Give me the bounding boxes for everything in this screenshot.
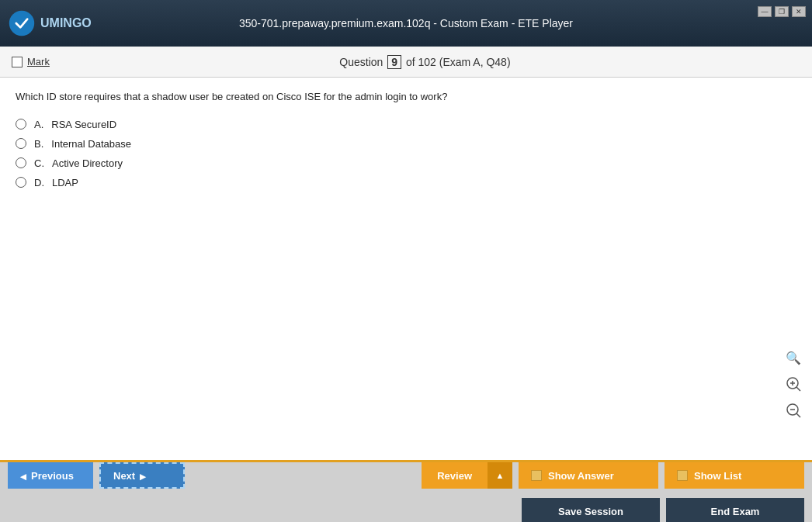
show-answer-button[interactable]: Show Answer (519, 462, 658, 489)
previous-label: Previous (31, 470, 74, 482)
svg-line-4 (796, 387, 800, 391)
option-a-letter: A. (34, 119, 43, 130)
title-bar: UMINGO 350-701.prepaway.premium.exam.102… (0, 0, 812, 47)
vumingo-logo (8, 9, 36, 37)
show-list-button[interactable]: Show List (665, 462, 804, 489)
logo-area: UMINGO (8, 9, 92, 37)
mark-area[interactable]: Mark (12, 56, 50, 67)
option-c[interactable]: C. Active Directory (16, 157, 796, 169)
save-session-label: Save Session (558, 506, 623, 517)
option-b-letter: B. (34, 138, 43, 150)
mark-label[interactable]: Mark (27, 56, 50, 67)
window-controls: — ❐ ✕ (758, 6, 806, 17)
minimize-button[interactable]: — (758, 6, 772, 17)
save-session-button[interactable]: Save Session (522, 498, 660, 522)
question-label: Question (339, 56, 383, 68)
prev-arrow-icon (20, 470, 26, 482)
restore-button[interactable]: ❐ (775, 6, 789, 17)
header-bar: Mark Question 9 of 102 (Exam A, Q48) (0, 47, 812, 78)
mark-checkbox[interactable] (12, 57, 23, 67)
option-d-letter: D. (34, 177, 44, 188)
option-d-text: LDAP (52, 177, 78, 188)
main-content: Which ID store requires that a shadow us… (0, 78, 812, 460)
radio-d[interactable] (16, 177, 26, 188)
option-b-text: Internal Database (51, 138, 131, 150)
zoom-out-icon[interactable] (783, 399, 804, 421)
bottom-row2: Save Session End Exam (8, 498, 804, 522)
review-button[interactable]: Review ▲ (422, 462, 512, 489)
previous-button[interactable]: Previous (8, 462, 93, 489)
show-answer-label: Show Answer (548, 470, 614, 482)
end-exam-label: End Exam (711, 506, 760, 517)
next-label: Next (113, 470, 135, 482)
window-title: 350-701.prepaway.premium.exam.102q - Cus… (239, 17, 573, 29)
radio-b[interactable] (16, 138, 26, 149)
options-list: A. RSA SecureID B. Internal Database C. … (16, 119, 796, 188)
option-c-letter: C. (34, 157, 44, 169)
radio-c[interactable] (16, 157, 26, 168)
option-b[interactable]: B. Internal Database (16, 138, 796, 150)
next-arrow-icon (140, 470, 146, 482)
svg-point-0 (9, 11, 34, 36)
next-button[interactable]: Next (99, 462, 185, 489)
search-icon[interactable]: 🔍 (783, 347, 804, 368)
show-list-checkbox (677, 470, 688, 481)
logo-text: UMINGO (40, 16, 92, 30)
question-total: of 102 (Exam A, Q48) (406, 56, 511, 68)
sidebar-icons: 🔍 (783, 347, 804, 421)
review-arrow-icon: ▲ (488, 462, 512, 489)
option-a[interactable]: A. RSA SecureID (16, 119, 796, 130)
close-button[interactable]: ✕ (792, 6, 806, 17)
zoom-in-icon[interactable] (783, 373, 804, 395)
option-d[interactable]: D. LDAP (16, 177, 796, 188)
question-number-badge: 9 (387, 55, 401, 69)
review-label: Review (422, 462, 488, 489)
show-answer-checkbox (531, 470, 542, 481)
option-c-text: Active Directory (52, 157, 123, 169)
bottom-area: Previous Next Review ▲ Show Answer Show … (0, 460, 812, 522)
show-list-label: Show List (694, 470, 741, 482)
svg-line-7 (796, 413, 800, 417)
question-info: Question 9 of 102 (Exam A, Q48) (50, 55, 800, 69)
question-text: Which ID store requires that a shadow us… (16, 89, 796, 105)
end-exam-button[interactable]: End Exam (666, 498, 804, 522)
option-a-text: RSA SecureID (51, 119, 116, 130)
bottom-row1: Previous Next Review ▲ Show Answer Show … (8, 462, 804, 489)
radio-a[interactable] (16, 119, 26, 130)
